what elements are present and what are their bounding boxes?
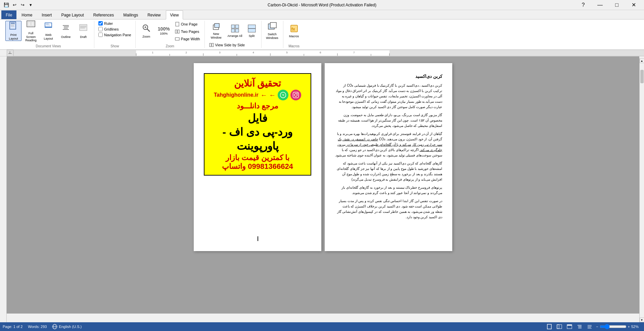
switch-windows-button[interactable]: Switch Windows bbox=[264, 21, 280, 41]
svg-rect-35 bbox=[235, 29, 239, 32]
zoom-increase-btn[interactable]: + bbox=[628, 325, 630, 329]
split-button[interactable]: Split bbox=[245, 21, 259, 41]
zoom-decrease-btn[interactable]: − bbox=[596, 325, 598, 329]
document-area[interactable]: تحقیق آنلاین ← ← Tahghighonline.ir مرجع … bbox=[7, 56, 639, 314]
svg-rect-7 bbox=[31, 22, 34, 26]
svg-rect-2 bbox=[11, 24, 15, 25]
scroll-thumb[interactable] bbox=[640, 70, 644, 83]
ruler-area: 1 2 3 4 5 6 7 bbox=[0, 50, 644, 56]
ribbon-group-macros: fx Macros Macros bbox=[283, 21, 305, 48]
arrange-all-button[interactable]: Arrange All bbox=[226, 21, 244, 41]
full-screen-icon bbox=[27, 19, 35, 31]
macros-icon: fx bbox=[289, 24, 299, 34]
tab-page-layout[interactable]: Page Layout bbox=[57, 10, 88, 19]
language-indicator: English (U.S.) bbox=[52, 324, 82, 329]
svg-point-69 bbox=[280, 92, 286, 98]
zoom-100-button[interactable]: 100% 100% bbox=[156, 21, 172, 41]
svg-text:2: 2 bbox=[185, 51, 187, 54]
svg-rect-4 bbox=[11, 26, 14, 27]
svg-rect-10 bbox=[46, 24, 49, 24]
maximize-button[interactable]: □ bbox=[609, 0, 625, 10]
full-screen-reading-button[interactable]: Full Screen Reading bbox=[23, 21, 39, 41]
svg-point-67 bbox=[294, 94, 297, 96]
arrow-icons: ← ← bbox=[261, 91, 276, 99]
gridlines-check[interactable] bbox=[98, 27, 103, 31]
web-layout-button[interactable]: Web Layout bbox=[40, 21, 56, 41]
two-pages-button[interactable]: Two Pages bbox=[173, 28, 202, 35]
svg-rect-66 bbox=[293, 92, 299, 98]
nav-pane-check[interactable] bbox=[98, 33, 103, 37]
zoom-button[interactable]: Zoom bbox=[138, 21, 154, 41]
svg-rect-6 bbox=[28, 22, 31, 26]
svg-rect-34 bbox=[231, 29, 235, 32]
outline-button[interactable]: Outline bbox=[58, 21, 74, 41]
gridlines-checkbox[interactable]: Gridlines bbox=[97, 27, 133, 32]
full-screen-view-btn[interactable] bbox=[556, 323, 563, 330]
switch-windows-icon bbox=[268, 22, 277, 32]
ruler-check[interactable] bbox=[98, 21, 103, 26]
tab-home[interactable]: Home bbox=[17, 10, 37, 19]
svg-rect-17 bbox=[80, 26, 86, 26]
view-side-by-side-button[interactable]: View Side by Side bbox=[208, 42, 255, 48]
page2-title: کربن دی‌اکسید bbox=[335, 73, 442, 80]
svg-rect-25 bbox=[175, 30, 177, 33]
ribbon-content: Print Layout Full Screen Reading bbox=[0, 19, 644, 50]
page-width-button[interactable]: Page Width bbox=[173, 36, 202, 42]
split-icon bbox=[247, 24, 256, 34]
tab-review[interactable]: Review bbox=[143, 10, 165, 19]
draft-button[interactable]: Draft bbox=[75, 21, 91, 41]
page2-para4: گازهای گلخانه‌ای که کربن دی‌اکسید نیز یک… bbox=[335, 161, 442, 182]
svg-rect-26 bbox=[178, 30, 179, 33]
ad-title: تحقیق آنلاین bbox=[208, 78, 307, 89]
svg-rect-12 bbox=[63, 25, 69, 26]
tab-references[interactable]: References bbox=[89, 10, 118, 19]
svg-rect-38 bbox=[210, 43, 211, 47]
navigation-pane-checkbox[interactable]: Navigation Pane bbox=[97, 32, 133, 37]
scroll-up-button[interactable]: ▲ bbox=[640, 58, 644, 63]
svg-rect-47 bbox=[14, 50, 136, 56]
ruler-checkbox[interactable]: Ruler bbox=[97, 21, 133, 26]
page-width-icon bbox=[175, 37, 180, 41]
tab-file[interactable]: File bbox=[1, 10, 16, 19]
title-bar: 💾 ↩ ↪ ▾ Carbon-Di-Okcid - Microsoft Word… bbox=[0, 0, 644, 10]
close-button[interactable]: ✕ bbox=[626, 0, 641, 10]
qt-dropdown-button[interactable]: ▾ bbox=[27, 1, 34, 9]
macros-button[interactable]: fx Macros bbox=[286, 21, 302, 41]
svg-rect-18 bbox=[80, 27, 86, 27]
print-layout-view-btn[interactable] bbox=[546, 323, 553, 330]
print-layout-button[interactable]: Print Layout bbox=[5, 21, 21, 41]
save-button[interactable]: 💾 bbox=[3, 1, 10, 9]
help-button[interactable]: ? bbox=[576, 0, 591, 10]
svg-text:4: 4 bbox=[252, 51, 254, 54]
outline-view-btn[interactable] bbox=[576, 323, 583, 330]
ribbon-tabs: File Home Insert Page Layout References … bbox=[0, 10, 644, 19]
minimize-button[interactable]: — bbox=[592, 0, 608, 10]
print-layout-icon bbox=[9, 21, 18, 33]
web-layout-view-btn[interactable] bbox=[566, 323, 573, 330]
svg-rect-31 bbox=[215, 23, 219, 28]
page2-para3: گیاهان از آن در فرایند فتوسنتز برای فراو… bbox=[335, 131, 442, 158]
ruler-corner[interactable] bbox=[7, 50, 13, 56]
svg-rect-39 bbox=[212, 43, 214, 47]
one-page-button[interactable]: One Page bbox=[173, 21, 202, 28]
svg-line-21 bbox=[147, 29, 150, 32]
zoom-range-input[interactable] bbox=[600, 324, 627, 329]
undo-button[interactable]: ↩ bbox=[11, 1, 18, 9]
new-window-icon bbox=[212, 22, 221, 32]
svg-rect-45 bbox=[8, 53, 12, 54]
arrange-all-icon bbox=[231, 24, 239, 34]
tab-view[interactable]: View bbox=[166, 10, 183, 19]
svg-text:7: 7 bbox=[353, 51, 355, 54]
svg-rect-49 bbox=[136, 50, 389, 56]
page-indicator: Page: 1 of 2 bbox=[3, 325, 22, 329]
redo-button[interactable]: ↪ bbox=[19, 1, 26, 9]
svg-text:5: 5 bbox=[286, 51, 287, 54]
new-window-button[interactable]: New Window bbox=[208, 21, 225, 41]
tab-mailings[interactable]: Mailings bbox=[119, 10, 142, 19]
tab-insert[interactable]: Insert bbox=[37, 10, 56, 19]
one-page-icon bbox=[175, 22, 180, 27]
outline-icon bbox=[61, 23, 70, 35]
scroll-down-button[interactable]: ▼ bbox=[640, 318, 644, 322]
ad-phone: 09981366624 واتساپ bbox=[208, 162, 307, 171]
draft-view-btn[interactable] bbox=[586, 323, 593, 330]
